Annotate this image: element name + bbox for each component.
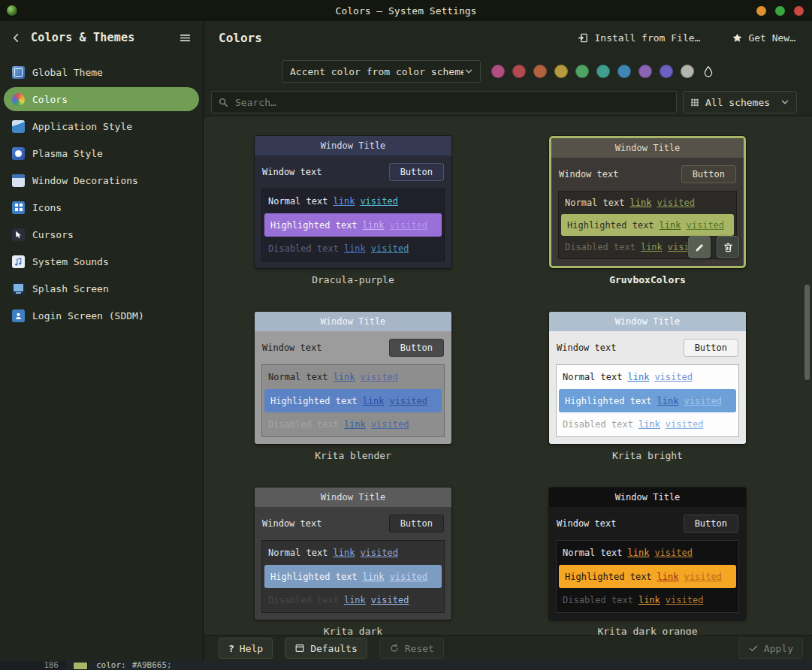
preview-window-row: Window textButton: [255, 507, 451, 540]
preview-window-titlebar: Window Title: [549, 312, 746, 331]
scheme-card-dracula-purple: Window TitleWindow textButtonNormal text…: [255, 136, 451, 286]
install-from-file-button[interactable]: Install from File…: [573, 29, 705, 47]
preview-disabled-text: Disabled text: [268, 595, 339, 605]
reset-button[interactable]: Reset: [379, 638, 444, 659]
scheme-name: Krita blender: [255, 450, 451, 462]
reset-icon: [389, 643, 400, 653]
sidebar-item-system-sounds[interactable]: System Sounds: [4, 249, 199, 273]
sidebar-item-global-theme[interactable]: Global Theme: [4, 60, 199, 84]
preview-link: link: [333, 548, 355, 558]
system-settings-window: Colors — System Settings Colors & Themes…: [0, 0, 812, 661]
accent-swatch-violet[interactable]: [660, 65, 673, 78]
sidebar-item-label: Cursors: [32, 229, 74, 240]
preview-button: Button: [684, 515, 738, 533]
custom-accent-color-button[interactable]: [702, 65, 715, 78]
accent-color-dropdown[interactable]: Accent color from color scheme: [282, 60, 481, 83]
install-from-file-label: Install from File…: [594, 32, 700, 44]
sidebar-item-splash-screen[interactable]: Splash Screen: [4, 276, 199, 300]
scheme-preview-dracula-purple[interactable]: Window TitleWindow textButtonNormal text…: [255, 136, 451, 268]
delete-scheme-button[interactable]: [717, 236, 739, 258]
apply-button[interactable]: Apply: [738, 638, 803, 659]
scheme-card-gruvboxcolors: Window TitleWindow textButtonNormal text…: [549, 136, 746, 286]
get-new-label: Get New…: [748, 32, 795, 44]
scheme-preview-gruvboxcolors[interactable]: Window TitleWindow textButtonNormal text…: [549, 136, 746, 268]
icons-grid-icon: [12, 201, 25, 214]
preview-link: link: [363, 396, 385, 406]
help-label: Help: [240, 643, 263, 654]
scrollbar-thumb[interactable]: [804, 285, 810, 380]
scheme-card-krita-dark-orange: Window TitleWindow textButtonNormal text…: [549, 487, 746, 635]
preview-disabled-text: Disabled text: [565, 242, 635, 252]
scheme-preview-krita-dark-orange[interactable]: Window TitleWindow textButtonNormal text…: [549, 487, 746, 620]
accent-swatch-blue[interactable]: [617, 65, 631, 78]
accent-swatch-row: [491, 65, 715, 78]
preview-text-view: Normal textlinkvisitedHighlighted textli…: [556, 540, 739, 613]
preview-link: link: [638, 419, 660, 430]
accent-swatch-green[interactable]: [575, 65, 589, 78]
trash-icon: [723, 242, 734, 253]
accent-swatch-orange[interactable]: [533, 65, 547, 78]
menu-button[interactable]: [177, 30, 192, 45]
help-button[interactable]: ? Help: [219, 638, 273, 659]
sidebar-item-label: Splash Screen: [32, 283, 109, 294]
accent-swatch-yellow[interactable]: [554, 65, 568, 78]
preview-normal-text: Normal text: [563, 548, 622, 558]
edit-scheme-button[interactable]: [688, 236, 711, 258]
preview-hl-text: Highlighted text: [567, 220, 654, 231]
background-editor-strip: 186 color: #A9B665;: [0, 661, 812, 670]
preview-visited-link: visited: [371, 595, 409, 605]
preview-link: link: [660, 220, 681, 231]
minimize-button[interactable]: [756, 6, 766, 16]
sidebar-item-icons[interactable]: Icons: [4, 195, 199, 219]
search-box: [211, 91, 677, 113]
preview-link: link: [657, 396, 679, 406]
accent-swatch-teal[interactable]: [596, 65, 610, 78]
scheme-filter-dropdown[interactable]: All schemes: [683, 91, 797, 113]
accent-swatch-purple[interactable]: [638, 65, 652, 78]
preview-button: Button: [389, 515, 444, 533]
editor-line-number: 186: [0, 661, 66, 670]
preview-link: link: [344, 595, 366, 605]
preview-visited-link: visited: [666, 419, 704, 430]
sound-note-icon: [12, 255, 25, 268]
preview-visited-link: visited: [687, 220, 725, 231]
preview-button: Button: [681, 165, 736, 183]
accent-swatch-magenta[interactable]: [491, 65, 505, 78]
scheme-preview-krita-blender[interactable]: Window TitleWindow textButtonNormal text…: [255, 312, 451, 444]
sidebar-item-label: Plasma Style: [32, 148, 103, 159]
sidebar-item-login-screen-sddm[interactable]: Login Screen (SDDM): [4, 303, 199, 327]
preview-button: Button: [389, 339, 444, 357]
splash-screen-icon: [12, 282, 25, 295]
sidebar-item-application-style[interactable]: Application Style: [4, 114, 199, 138]
close-button[interactable]: [794, 6, 804, 16]
scheme-preview-krita-bright[interactable]: Window TitleWindow textButtonNormal text…: [549, 312, 746, 444]
chevron-left-icon: [11, 32, 22, 44]
sidebar-item-colors[interactable]: Colors: [4, 87, 199, 111]
search-input[interactable]: [234, 96, 670, 109]
preview-visited-link: visited: [371, 243, 409, 254]
search-icon: [218, 97, 228, 107]
scheme-preview-krita-dark[interactable]: Window TitleWindow textButtonNormal text…: [255, 487, 451, 620]
sidebar-item-plasma-style[interactable]: Plasma Style: [4, 141, 199, 165]
sidebar-item-cursors[interactable]: Cursors: [4, 222, 199, 246]
accent-swatch-gray[interactable]: [681, 65, 694, 78]
maximize-button[interactable]: [775, 6, 785, 16]
sidebar-item-label: Colors: [32, 94, 68, 105]
preview-disabled-text: Disabled text: [563, 595, 633, 605]
preview-window-titlebar: Window Title: [549, 487, 746, 507]
preview-hl-text: Highlighted text: [270, 396, 358, 406]
app-titlebar: Colors — System Settings: [0, 0, 812, 21]
back-button[interactable]: [11, 31, 24, 44]
accent-color-dropdown-value: Accent color from color scheme: [290, 66, 463, 77]
sidebar-item-window-decorations[interactable]: Window Decorations: [4, 168, 199, 192]
color-wheel-icon: [12, 93, 25, 106]
sidebar-item-label: Window Decorations: [32, 175, 138, 186]
help-icon: ?: [228, 643, 234, 654]
accent-swatch-red[interactable]: [512, 65, 526, 78]
preview-link: link: [638, 595, 660, 605]
defaults-button[interactable]: Defaults: [285, 638, 367, 659]
get-new-button[interactable]: Get New…: [727, 29, 800, 47]
preview-window-text: Window text: [262, 167, 321, 177]
preview-window-titlebar: Window Title: [551, 138, 744, 158]
preview-link: link: [627, 372, 649, 382]
